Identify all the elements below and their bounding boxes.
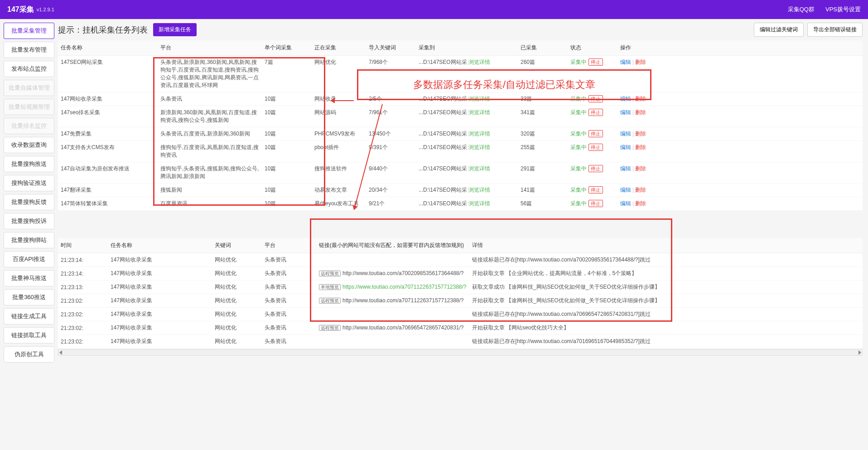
sidebar-item-13[interactable]: 批量神马推送 bbox=[4, 270, 54, 286]
table-row[interactable]: 147支持各大CMS发布搜狗知乎,百度资讯,凤凰新闻,百度知道,搜狗资讯10篇p… bbox=[58, 141, 863, 162]
sidebar-item-11[interactable]: 批量搜狗绑站 bbox=[4, 232, 54, 248]
delete-link[interactable]: 删除 bbox=[635, 131, 646, 137]
task-name: 147SEO网站采集 bbox=[58, 56, 158, 92]
panel-header: 提示：挂机采集任务列表 新增采集任务 编辑过滤关键词 导出全部错误链接 bbox=[58, 23, 863, 37]
sidebar-item-12[interactable]: 百度API推送 bbox=[4, 251, 54, 267]
log-keyword: 网站优化 bbox=[212, 321, 262, 335]
task-status: 采集中停止 bbox=[568, 197, 617, 211]
export-errors-button[interactable]: 导出全部错误链接 bbox=[807, 23, 863, 37]
log-detail: 链接或标题已存在[http://www.toutiao.com/a7016965… bbox=[469, 335, 863, 348]
edit-link[interactable]: 编辑 bbox=[620, 144, 631, 150]
sidebar-item-0[interactable]: 批量采集管理 bbox=[4, 23, 54, 39]
preview-badge[interactable]: 本地预览 bbox=[319, 284, 341, 290]
browse-link[interactable]: 浏览详情 bbox=[468, 165, 490, 172]
browse-link[interactable]: 浏览详情 bbox=[468, 200, 490, 207]
task-collected: 291篇 bbox=[518, 162, 568, 184]
edit-link[interactable]: 编辑 bbox=[620, 109, 631, 116]
sidebar-item-16[interactable]: 链接抓取工具 bbox=[4, 327, 54, 344]
browse-link[interactable]: 浏览详情 bbox=[468, 144, 490, 150]
task-name: 147简体转繁体采集 bbox=[58, 197, 158, 211]
stop-button[interactable]: 停止 bbox=[588, 58, 603, 66]
log-keyword: 网站优化 bbox=[212, 308, 262, 321]
sidebar-item-17[interactable]: 伪原创工具 bbox=[4, 346, 54, 363]
browse-link[interactable]: 浏览详情 bbox=[468, 131, 490, 137]
header-link-qq[interactable]: 采集QQ群 bbox=[788, 5, 815, 14]
table-row[interactable]: 147SEO网站采集头条资讯,新浪新闻,360新闻,凤凰新闻,搜狗知乎,百度资讯… bbox=[58, 56, 863, 92]
sidebar-item-1[interactable]: 批量发布管理 bbox=[4, 42, 54, 58]
delete-link[interactable]: 删除 bbox=[635, 96, 646, 102]
edit-link[interactable]: 编辑 bbox=[620, 131, 631, 137]
delete-link[interactable]: 删除 bbox=[635, 165, 646, 172]
table-row[interactable]: 147seo排名采集新浪新闻,360新闻,凤凰新闻,百度知道,搜狗资讯,搜狗公众… bbox=[58, 106, 863, 127]
log-link: 远程预览http://www.toutiao.com/a707112263715… bbox=[316, 294, 469, 308]
table-row[interactable]: 147免费采集头条资讯,百度资讯,新浪新闻,360新闻10篇PHPCMSV9发布… bbox=[58, 127, 863, 141]
sidebar-item-14[interactable]: 批量360推送 bbox=[4, 289, 54, 305]
preview-badge[interactable]: 远程预览 bbox=[319, 298, 341, 304]
edit-link[interactable]: 编辑 bbox=[620, 187, 631, 193]
table-row[interactable]: 147简体转繁体采集百度最资讯10篇易优eyou发布工具9/21个...D:\1… bbox=[58, 197, 863, 211]
stop-button[interactable]: 停止 bbox=[588, 130, 603, 137]
new-task-button[interactable]: 新增采集任务 bbox=[153, 23, 197, 36]
log-time: 21:23:02: bbox=[58, 335, 108, 348]
task-col-header: 平台 bbox=[158, 40, 262, 56]
log-url[interactable]: http://www.toutiao.com/a7069654728657420… bbox=[342, 324, 464, 331]
task-count: 7篇 bbox=[262, 56, 312, 92]
sidebar-item-6[interactable]: 收录数据查询 bbox=[4, 137, 54, 153]
sidebar-item-15[interactable]: 链接生成工具 bbox=[4, 308, 54, 324]
task-collecting: pboot插件 bbox=[312, 141, 366, 162]
log-time: 21:23:02: bbox=[58, 294, 108, 308]
sidebar-item-10[interactable]: 批量搜狗投诉 bbox=[4, 213, 54, 229]
delete-link[interactable]: 删除 bbox=[635, 59, 646, 65]
task-ops: 编辑|删除 bbox=[617, 184, 863, 197]
stop-button[interactable]: 停止 bbox=[588, 200, 603, 207]
task-dest: ...D:\147SEO网站采 浏览详情 bbox=[416, 184, 518, 197]
stop-button[interactable]: 停止 bbox=[588, 186, 603, 194]
log-url[interactable]: http://www.toutiao.com/a7002098535617364… bbox=[342, 270, 464, 276]
stop-button[interactable]: 停止 bbox=[588, 95, 603, 102]
horizontal-scrollbar[interactable] bbox=[58, 349, 863, 356]
browse-link[interactable]: 浏览详情 bbox=[468, 96, 490, 102]
header-link-vps[interactable]: VPS拨号设置 bbox=[825, 5, 861, 14]
browse-link[interactable]: 浏览详情 bbox=[468, 187, 490, 193]
task-collecting: 网站源码 bbox=[312, 106, 366, 127]
log-col-header: 平台 bbox=[262, 238, 316, 253]
sidebar-item-7[interactable]: 批量搜狗推送 bbox=[4, 156, 54, 172]
log-platform: 头条资讯 bbox=[262, 321, 316, 335]
task-count: 10篇 bbox=[262, 162, 312, 184]
sidebar-item-4: 批量短视频管理 bbox=[4, 99, 54, 115]
filter-keywords-button[interactable]: 编辑过滤关键词 bbox=[754, 23, 804, 37]
log-url[interactable]: https://www.toutiao.com/a707112263715771… bbox=[342, 284, 467, 290]
table-row[interactable]: 147翻译采集搜狐新闻10篇动易发布文章20/34个...D:\147SEO网站… bbox=[58, 184, 863, 197]
edit-link[interactable]: 编辑 bbox=[620, 200, 631, 207]
stop-button[interactable]: 停止 bbox=[588, 109, 603, 116]
task-collecting: PHPCMSV9发布 bbox=[312, 127, 366, 141]
edit-link[interactable]: 编辑 bbox=[620, 59, 631, 65]
task-ops: 编辑|删除 bbox=[617, 106, 863, 127]
task-count: 10篇 bbox=[262, 127, 312, 141]
delete-link[interactable]: 删除 bbox=[635, 144, 646, 150]
sidebar-item-9[interactable]: 批量搜狗反馈 bbox=[4, 194, 54, 210]
browse-link[interactable]: 浏览详情 bbox=[468, 109, 490, 116]
log-url[interactable]: http://www.toutiao.com/a7071122637157712… bbox=[342, 297, 464, 304]
table-row[interactable]: 147网站收录采集头条资讯10篇网站收录2/5个...D:\147SEO网站采 … bbox=[58, 92, 863, 106]
browse-link[interactable]: 浏览详情 bbox=[468, 59, 490, 65]
delete-link[interactable]: 删除 bbox=[635, 187, 646, 193]
task-keywords: 7/968个 bbox=[366, 56, 416, 92]
scroll-left-icon[interactable] bbox=[59, 350, 62, 355]
delete-link[interactable]: 删除 bbox=[635, 200, 646, 207]
task-collecting: 动易发布文章 bbox=[312, 184, 366, 197]
edit-link[interactable]: 编辑 bbox=[620, 165, 631, 172]
sidebar-item-8[interactable]: 搜狗验证推送 bbox=[4, 175, 54, 191]
delete-link[interactable]: 删除 bbox=[635, 109, 646, 116]
preview-badge[interactable]: 远程预览 bbox=[319, 271, 341, 276]
stop-button[interactable]: 停止 bbox=[588, 165, 603, 172]
scroll-right-icon[interactable] bbox=[858, 350, 861, 355]
stop-button[interactable]: 停止 bbox=[588, 144, 603, 151]
task-platform: 搜狗知乎,头条资讯,搜狐新闻,搜狗公众号,腾讯新闻,新浪新闻 bbox=[158, 162, 262, 184]
edit-link[interactable]: 编辑 bbox=[620, 96, 631, 102]
preview-badge[interactable]: 远程预览 bbox=[319, 325, 341, 331]
sidebar: 批量采集管理批量发布管理发布站点监控批量自媒体管理批量短视频管理批量排名监控收录… bbox=[0, 19, 58, 366]
sidebar-item-2[interactable]: 发布站点监控 bbox=[4, 61, 54, 77]
task-platform: 头条资讯 bbox=[158, 92, 262, 106]
table-row[interactable]: 147自动采集为原创发布推送搜狗知乎,头条资讯,搜狐新闻,搜狗公众号,腾讯新闻,… bbox=[58, 162, 863, 184]
